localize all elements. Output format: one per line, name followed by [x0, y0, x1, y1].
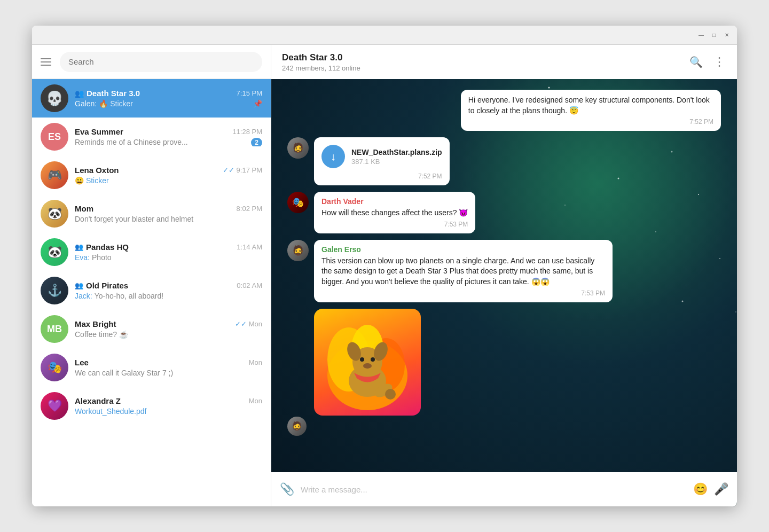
- messages-area: Hi everyone. I've redesigned some key st…: [271, 79, 737, 472]
- chat-preview: Reminds me of a Chinese prove... 2: [75, 138, 262, 146]
- avatar: 🎮: [41, 161, 68, 189]
- message-group: 🎭 Darth Vader How will these changes aff…: [287, 192, 475, 233]
- avatar-spacer: [287, 309, 309, 330]
- file-info: NEW_DeathStar.plans.zip 387.1 KB: [351, 148, 442, 166]
- message-time: 7:52 PM: [468, 118, 713, 126]
- preview-icon: 🔥: [99, 99, 108, 108]
- chat-info: Max Bright ✓✓ Mon Coffee time? ☕: [75, 319, 262, 339]
- chat-header-actions: 🔍 ⋮: [689, 55, 726, 69]
- chat-name-row: Lena Oxton ✓✓ 9:17 PM: [75, 166, 262, 175]
- title-bar: — □ ✕: [32, 26, 737, 45]
- list-item[interactable]: 💀 👥 Death Star 3.0 7:15 PM Galen: 🔥: [32, 79, 271, 118]
- avatar: 💜: [41, 392, 68, 420]
- sender-name: Darth Vader: [321, 197, 468, 206]
- avatar: 🐼: [41, 238, 68, 266]
- preview-text: We can call it Galaxy Star 7 ;): [75, 369, 173, 377]
- avatar: 🧔: [287, 240, 309, 261]
- voice-button[interactable]: 🎤: [714, 482, 728, 496]
- message-bubble-content: Galen Erso This version can blow up two …: [314, 240, 613, 302]
- avatar: 🐼: [41, 200, 68, 228]
- message-text: How will these changes affect the users?…: [321, 208, 468, 218]
- chat-preview: Coffee time? ☕: [75, 330, 262, 339]
- chat-time: Mon: [249, 358, 262, 366]
- chat-name: Eva Summer: [75, 127, 123, 136]
- message-input[interactable]: [301, 485, 687, 494]
- chat-name: 👥 Death Star 3.0: [75, 89, 140, 98]
- avatar: 🧔: [287, 137, 309, 159]
- preview-text: Reminds me of a Chinese prove...: [75, 138, 188, 146]
- message-time: 7:53 PM: [321, 290, 605, 297]
- preview-sender: Eva:: [75, 253, 90, 262]
- svg-point-36: [360, 357, 364, 362]
- svg-point-40: [385, 389, 396, 400]
- more-options-button[interactable]: ⋮: [713, 55, 726, 69]
- message-group: 🧔 Galen Erso This version can blow up tw…: [287, 240, 613, 302]
- file-bubble-content: ↓ NEW_DeathStar.plans.zip 387.1 KB: [321, 143, 442, 170]
- sidebar-header: [32, 45, 271, 79]
- chat-subtitle: 242 members, 112 online: [282, 64, 360, 72]
- chat-preview: We can call it Galaxy Star 7 ;): [75, 369, 262, 377]
- chat-name-row: 👥 Old Pirates 0:02 AM: [75, 281, 262, 290]
- chat-preview: Eva: Photo: [75, 253, 262, 262]
- preview-sticker: 😀 Sticker: [75, 176, 109, 185]
- avatar: 🎭: [287, 192, 309, 213]
- chat-time: 0:02 AM: [237, 281, 262, 290]
- menu-button[interactable]: [41, 58, 51, 66]
- svg-point-38: [363, 363, 372, 369]
- chat-title: Death Star 3.0: [282, 52, 360, 63]
- preview-sender: Jack:: [75, 292, 92, 300]
- avatar: 🧔: [287, 417, 307, 436]
- chat-info: 👥 Pandas HQ 1:14 AM Eva: Photo: [75, 242, 262, 262]
- chat-name: 👥 Old Pirates: [75, 281, 128, 290]
- sidebar: 💀 👥 Death Star 3.0 7:15 PM Galen: 🔥: [32, 45, 271, 506]
- group-icon: 👥: [75, 243, 83, 251]
- list-item[interactable]: ⚓ 👥 Old Pirates 0:02 AM Jack: Yo-ho-ho, …: [32, 271, 271, 310]
- chat-preview: Galen: 🔥 Sticker 📌: [75, 99, 262, 108]
- list-item[interactable]: ES Eva Summer 11:28 PM Reminds me of a C…: [32, 118, 271, 156]
- message-text: Hi everyone. I've redesigned some key st…: [468, 95, 713, 116]
- download-button[interactable]: ↓: [321, 145, 345, 168]
- close-button[interactable]: ✕: [723, 32, 731, 39]
- chat-name-row: 👥 Pandas HQ 1:14 AM: [75, 242, 262, 252]
- search-input[interactable]: [68, 57, 254, 66]
- message-group: 🧔 ↓ NEW_DeathStar.plans.zip 387.1 KB 7:5…: [287, 137, 450, 185]
- chat-time: 1:14 AM: [237, 243, 262, 251]
- group-icon: 👥: [75, 281, 83, 290]
- chat-info: Mom 8:02 PM Don't forget your blaster an…: [75, 204, 262, 223]
- sender-name: Galen Erso: [321, 245, 605, 254]
- message-time: 7:52 PM: [321, 173, 442, 180]
- list-item[interactable]: MB Max Bright ✓✓ Mon Coffee time? ☕: [32, 310, 271, 348]
- badge: 2: [251, 138, 262, 146]
- chat-name-row: Eva Summer 11:28 PM: [75, 127, 262, 136]
- double-check-icon: ✓✓: [235, 320, 247, 328]
- chat-preview: Jack: Yo-ho-ho, all aboard!: [75, 292, 262, 300]
- chat-info: 👥 Death Star 3.0 7:15 PM Galen: 🔥 Sticke…: [75, 89, 262, 108]
- preview-text: Don't forget your blaster and helmet: [75, 215, 193, 223]
- attach-button[interactable]: 📎: [280, 482, 294, 496]
- list-item[interactable]: 🎭 Lee Mon We can call it Galaxy Star 7 ;…: [32, 348, 271, 387]
- avatar: 💀: [41, 84, 68, 112]
- app-window: — □ ✕ 💀: [32, 26, 737, 506]
- maximize-button[interactable]: □: [710, 32, 718, 39]
- list-item[interactable]: 🐼 👥 Pandas HQ 1:14 AM Eva: Photo: [32, 233, 271, 271]
- chat-name: 👥 Pandas HQ: [75, 242, 129, 252]
- search-button[interactable]: 🔍: [689, 56, 703, 68]
- chat-name: Mom: [75, 204, 93, 213]
- minimize-button[interactable]: —: [697, 32, 705, 39]
- chat-panel: Death Star 3.0 242 members, 112 online 🔍…: [271, 45, 737, 506]
- list-item[interactable]: 💜 Alexandra Z Mon Workout_Shedule.pdf: [32, 387, 271, 425]
- list-item[interactable]: 🐼 Mom 8:02 PM Don't forget your blaster …: [32, 194, 271, 233]
- chat-name: Max Bright: [75, 319, 116, 328]
- chat-info: Eva Summer 11:28 PM Reminds me of a Chin…: [75, 127, 262, 146]
- message-bubble: Hi everyone. I've redesigned some key st…: [461, 90, 721, 131]
- main-content: 💀 👥 Death Star 3.0 7:15 PM Galen: 🔥: [32, 45, 737, 506]
- chat-list: 💀 👥 Death Star 3.0 7:15 PM Galen: 🔥: [32, 79, 271, 506]
- group-icon: 👥: [75, 89, 84, 98]
- emoji-button[interactable]: 😊: [693, 482, 708, 496]
- avatar: ⚓: [41, 277, 68, 304]
- list-item[interactable]: 🎮 Lena Oxton ✓✓ 9:17 PM 😀 Sticker: [32, 156, 271, 194]
- chat-time: 8:02 PM: [237, 205, 262, 213]
- chat-title-area: Death Star 3.0 242 members, 112 online: [282, 52, 360, 72]
- file-size: 387.1 KB: [351, 158, 442, 166]
- search-box[interactable]: [60, 52, 262, 72]
